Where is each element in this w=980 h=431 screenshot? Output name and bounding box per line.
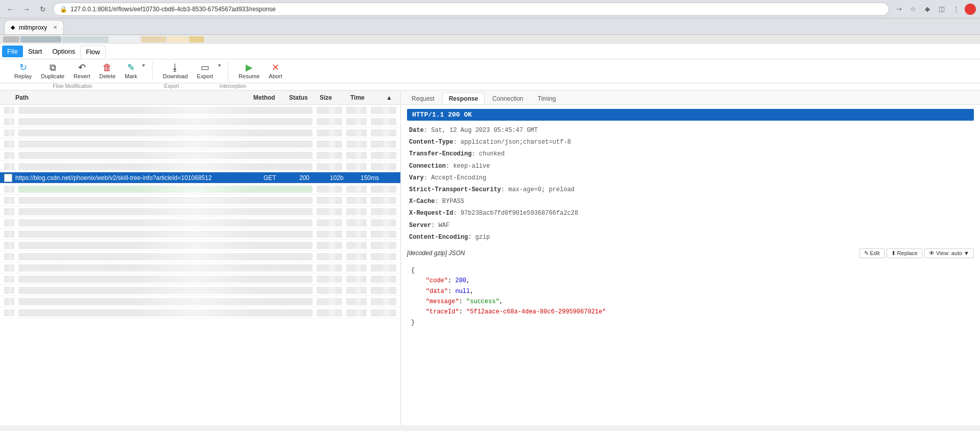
tab-request[interactable]: Request [405,93,441,104]
export-button[interactable]: ▭ Export [193,61,218,81]
list-item[interactable] [0,184,400,195]
delete-icon: 🗑 [103,63,112,72]
replace-button[interactable]: ⬆ Replace [887,248,922,258]
main-layout: Path Method Status Size Time ▲ [0,90,980,425]
body-section-header: [decoded gzip] JSON ✎ Edit ⬆ Replace 👁 V… [407,248,974,258]
back-button[interactable]: ← [4,3,16,15]
mark-icon: ✎ [127,63,135,72]
address-bar[interactable]: 🔒 127.0.0.1:8081/#/flows/eef10730-cbd6-4… [53,3,889,16]
menu-icon[interactable]: ⋮ [950,4,962,15]
body-section-actions: ✎ Edit ⬆ Replace 👁 View: auto ▼ [859,248,974,258]
menu-start[interactable]: Start [23,46,47,57]
flow-rows: https://blog.csdn.net//phoenix/web/v2/sk… [0,105,400,425]
list-item[interactable] [0,139,400,150]
revert-button[interactable]: ↶ Revert [69,61,94,81]
list-item[interactable] [0,206,400,217]
flow-modification-label: Flow Modification [4,83,141,90]
header-row: Vary: Accept-Encoding [407,172,974,184]
replay-icon: ↻ [19,63,27,72]
list-item[interactable] [0,150,400,161]
export-button-group[interactable]: ▭ Export ▼ [193,61,222,81]
header-value: : keep-alive [446,163,490,170]
tab-response[interactable]: Response [442,93,485,104]
col-status-header: Status [289,94,320,101]
list-item[interactable] [0,240,400,251]
header-name: Content-Type [409,139,453,146]
shield-icon[interactable]: ◆ [922,4,933,15]
menu-flow[interactable]: Flow [80,46,105,58]
extensions-icon[interactable]: ◫ [936,4,947,15]
flow-time: 150ms [361,174,396,182]
download-button[interactable]: ⭳ Download [159,61,192,81]
header-name: Date [409,127,424,134]
col-method-header: Method [253,94,289,101]
tab-timing[interactable]: Timing [531,93,563,104]
flow-method: GET [264,174,299,182]
color-block [189,36,204,42]
color-block [3,36,19,42]
duplicate-icon: ⧉ [50,63,56,72]
edit-button[interactable]: ✎ Edit [859,248,885,258]
color-blocks-row [0,35,980,44]
body-section-label: [decoded gzip] JSON [407,249,465,257]
export-dropdown-arrow[interactable]: ▼ [217,63,222,68]
mark-button[interactable]: ✎ Mark [121,61,141,81]
header-row: Content-Type: application/json;charset=u… [407,137,974,148]
mark-button-group[interactable]: ✎ Mark ▼ [121,61,146,81]
detail-tabs: Request Response Connection Timing [401,90,980,105]
replay-button[interactable]: ↻ Replay [10,61,36,81]
list-item[interactable] [0,105,400,116]
browser-tab[interactable]: ◆ mitmproxy ✕ [4,20,64,34]
color-block [168,36,188,42]
tab-close[interactable]: ✕ [53,25,57,30]
list-item[interactable] [0,274,400,285]
download-icon: ⭳ [171,63,180,72]
header-row: X-Request-Id: 97b238acb7fd0f901e59368766… [407,208,974,219]
list-item[interactable] [0,229,400,240]
forward-button[interactable]: → [20,3,33,15]
list-item[interactable] [0,285,400,296]
toolbar-labels-row: Flow Modification Export Interception [0,83,980,90]
header-value: : gzip [468,234,490,241]
list-item[interactable] [0,217,400,229]
export-group: ⭳ Download ▭ Export ▼ [153,61,229,81]
color-block [62,36,108,42]
header-row: Connection: keep-alive [407,161,974,172]
header-name: X-Request-Id [409,210,453,217]
list-item[interactable] [0,195,400,206]
list-item[interactable] [0,161,400,172]
refresh-button[interactable]: ↻ [37,3,49,15]
star-icon[interactable]: ☆ [907,4,919,15]
tab-connection[interactable]: Connection [486,93,530,104]
header-name: Strict-Transport-Security [409,186,501,193]
cast-icon[interactable]: ⇢ [893,4,904,15]
col-path-header: Path [15,94,253,101]
selected-flow-row[interactable]: https://blog.csdn.net//phoenix/web/v2/sk… [0,172,400,184]
menu-file[interactable]: File [2,46,23,57]
list-item[interactable] [0,296,400,307]
header-value: : Accept-Encoding [424,174,486,182]
mark-dropdown-arrow[interactable]: ▼ [141,63,146,68]
flow-path: https://blog.csdn.net//phoenix/web/v2/sk… [15,174,264,182]
headers-container: Date: Sat, 12 Aug 2023 05:45:47 GMTConte… [407,125,974,243]
view-dropdown-icon: ▼ [964,250,969,256]
resume-button[interactable]: ▶ Resume [234,61,264,81]
list-item[interactable] [0,251,400,262]
abort-icon: ✕ [272,63,279,72]
abort-button[interactable]: ✕ Abort [265,61,286,81]
flow-list: Path Method Status Size Time ▲ [0,90,401,425]
list-item[interactable] [0,307,400,319]
list-item[interactable] [0,127,400,139]
row-checkbox[interactable] [4,174,12,182]
header-name: X-Cache [409,198,435,205]
view-button[interactable]: 👁 View: auto ▼ [924,248,974,258]
list-item[interactable] [0,116,400,127]
interception-label: Interception [202,83,264,90]
menu-options[interactable]: Options [47,46,80,57]
duplicate-button[interactable]: ⧉ Duplicate [37,61,68,81]
sort-icon[interactable]: ▲ [386,94,396,101]
interception-group: ▶ Resume ✕ Abort [228,61,292,81]
list-item[interactable] [0,262,400,274]
delete-button[interactable]: 🗑 Delete [95,61,120,81]
header-name: Content-Encoding [409,234,468,241]
